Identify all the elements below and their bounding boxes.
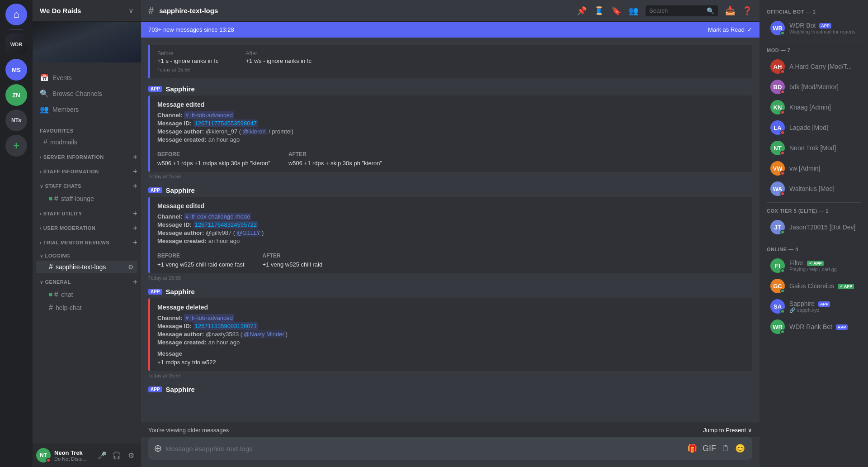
category-add-icon[interactable]: +: [133, 182, 137, 190]
message-id-link[interactable]: 1267117754553598047: [193, 119, 258, 127]
user-mention[interactable]: @G1LLY: [235, 229, 262, 237]
nav-item-members[interactable]: 👥 Members: [33, 101, 141, 117]
message-field-id: Message ID: 1267117754553598047: [157, 120, 745, 127]
add-attachment-button[interactable]: ⊕: [154, 437, 165, 460]
channel-item-modmails[interactable]: # modmails: [36, 136, 137, 148]
list-item[interactable]: WA Waltonius [Mod]: [763, 179, 864, 199]
list-item[interactable]: FI Filter ✓ APP Playing /help | carl.gg: [763, 256, 864, 276]
sender-name: Sapphire: [166, 85, 195, 93]
help-icon[interactable]: ❓: [742, 6, 752, 16]
category-add-icon[interactable]: +: [133, 238, 137, 247]
bookmark-icon[interactable]: 🔖: [611, 6, 621, 16]
add-server-button[interactable]: +: [5, 135, 27, 157]
after-label: After: [288, 151, 382, 157]
message-field-id: Message ID: 1267117648324595722: [157, 221, 745, 228]
category-user-moderation[interactable]: › USER MODERATION +: [33, 221, 141, 234]
message-timestamp: Today at 15:56: [148, 174, 752, 179]
channel-item-staff-lounge[interactable]: # staff-lounge: [36, 192, 137, 205]
status-dot: [780, 151, 785, 155]
status-dot: [780, 230, 785, 234]
member-avatar: JT: [770, 220, 785, 234]
channel-link[interactable]: # lfr-tob-advanced: [184, 111, 234, 119]
list-item[interactable]: AH A Hard Carry [Mod/T...: [763, 57, 864, 76]
channel-item-chat[interactable]: # chat: [36, 288, 137, 301]
sticker-icon[interactable]: 🗒: [722, 444, 730, 453]
inbox-icon[interactable]: 📥: [725, 6, 735, 16]
nav-item-events[interactable]: 📅 Events: [33, 70, 141, 86]
message-id-link[interactable]: 1267118359003136071: [193, 322, 258, 330]
server-header[interactable]: We Do Raids ∨: [33, 0, 141, 22]
category-general[interactable]: ∨ GENERAL +: [33, 275, 141, 288]
search-bar[interactable]: 🔍: [646, 5, 718, 16]
mark-as-read-button[interactable]: Mark as Read ✓: [708, 26, 752, 33]
before-after-section: Before +1 veng w525 chill raid come fast…: [157, 249, 745, 268]
headphone-button[interactable]: 🎧: [110, 449, 123, 462]
category-add-icon[interactable]: +: [133, 167, 137, 176]
category-staff-utility[interactable]: › STAFF UTILITY +: [33, 207, 141, 219]
message-card-title: Message edited: [157, 101, 745, 108]
message-input[interactable]: [165, 439, 685, 458]
favourites-header: FAVOURITES: [33, 121, 141, 135]
nav-item-browse-channels[interactable]: 🔍 Browse Channels: [33, 86, 141, 101]
channel-item-help-chat[interactable]: # help-chat: [36, 301, 137, 314]
thread-icon[interactable]: 🧵: [594, 6, 604, 16]
status-dot: [780, 268, 785, 273]
category-add-icon[interactable]: +: [133, 153, 137, 161]
jump-to-present-button[interactable]: Jump to Present ∨: [703, 427, 752, 434]
member-avatar: WB: [770, 21, 785, 35]
channel-item-sapphire-text-logs[interactable]: # sapphire-text-logs ⚙: [36, 261, 137, 273]
category-add-icon[interactable]: +: [133, 210, 137, 218]
list-item[interactable]: NT Neon Trek [Mod]: [763, 138, 864, 158]
member-name: Sapphire APP: [789, 300, 861, 307]
list-item[interactable]: KN Knaag [Admin]: [763, 97, 864, 117]
channel-settings-icon[interactable]: ⚙: [128, 263, 134, 271]
list-item[interactable]: BD bdk [Mod/Mentor]: [763, 77, 864, 97]
before-after-content: Before +1 s - ignore ranks in fc After +…: [157, 50, 745, 64]
category-staff-information[interactable]: › STAFF INFORMATION +: [33, 165, 141, 177]
message-id-link[interactable]: 1267117648324595722: [193, 221, 258, 229]
app-badge: APP: [148, 187, 162, 193]
channel-sapphire-text-logs-label: sapphire-text-logs: [56, 263, 128, 271]
nav-item-browse-channels-label: Browse Channels: [52, 90, 102, 97]
category-add-icon[interactable]: +: [133, 278, 137, 286]
discord-home-button[interactable]: ⌂: [5, 4, 27, 25]
server-icon-ms[interactable]: MS: [5, 59, 27, 81]
user-display-name: Neon Trek: [54, 449, 92, 456]
category-add-icon[interactable]: +: [133, 224, 137, 232]
category-server-information[interactable]: › SERVER INFORMATION +: [33, 150, 141, 163]
list-item[interactable]: VW vw [Admin]: [763, 158, 864, 178]
status-dot: [780, 90, 785, 94]
message-field-author: Message author: @kieron_97 (@lkieron / p…: [157, 128, 745, 135]
list-item[interactable]: WR WDR Rank Bot APP: [763, 317, 864, 337]
member-list-toggle[interactable]: 👥: [628, 6, 638, 16]
channel-header: # sapphire-text-logs 📌 🧵 🔖 👥 🔍 📥 ❓: [141, 0, 760, 22]
channel-link[interactable]: # lfr-cox-challenge-mode: [184, 213, 251, 220]
server-icon-nts[interactable]: NTs: [5, 110, 27, 131]
user-status-label: Do Not Distu...: [54, 456, 92, 462]
category-staff-chats[interactable]: ∨ STAFF CHATS +: [33, 179, 141, 192]
list-item[interactable]: SA Sapphire APP 🔗 sapph.xyz: [763, 296, 864, 316]
list-item[interactable]: GC Gaius Cicereius ✓ APP: [763, 276, 864, 296]
list-item[interactable]: WB WDR Bot APP Watching !modmail for rep…: [763, 18, 864, 38]
message-pre: Before +1 s - ignore ranks in fc After +…: [148, 45, 752, 78]
server-icon-wdr[interactable]: WDR: [5, 33, 27, 55]
server-banner-image: [33, 22, 141, 62]
search-input[interactable]: [649, 7, 704, 14]
gif-icon[interactable]: GIF: [703, 444, 716, 453]
pin-icon[interactable]: 📌: [577, 6, 587, 16]
category-logging[interactable]: ∨ LOGGING: [33, 250, 141, 260]
user-mention[interactable]: @lkieron: [241, 128, 267, 135]
emoji-icon[interactable]: 😊: [735, 443, 745, 453]
user-settings-button[interactable]: ⚙: [125, 449, 137, 462]
channel-link[interactable]: # lfr-tob-advanced: [184, 314, 234, 322]
messages-area[interactable]: Before +1 s - ignore ranks in fc After +…: [141, 38, 760, 423]
list-item[interactable]: LA Lagado [Mod]: [763, 118, 864, 138]
member-name: JasonT20015 [Bot Dev]: [789, 224, 861, 231]
user-mention[interactable]: @Nasty Minder: [242, 330, 286, 338]
microphone-button[interactable]: 🎤: [96, 449, 108, 462]
category-trial-mentor-reviews[interactable]: › TRIAL MENTOR REVIEWS +: [33, 236, 141, 248]
member-sub-text: Watching !modmail for reports: [789, 29, 861, 34]
list-item[interactable]: JT JasonT20015 [Bot Dev]: [763, 217, 864, 237]
server-icon-zn[interactable]: ZN: [5, 84, 27, 106]
gift-icon[interactable]: 🎁: [687, 443, 697, 453]
